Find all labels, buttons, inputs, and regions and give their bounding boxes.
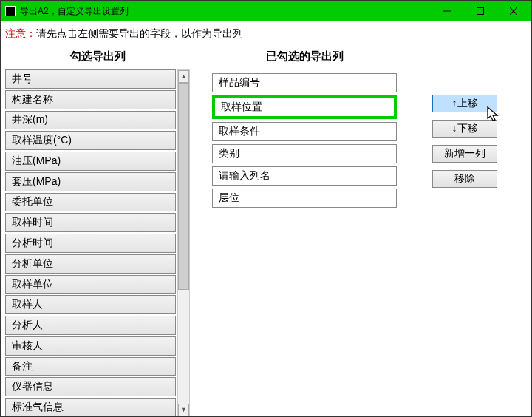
- scroll-thumb[interactable]: [178, 83, 189, 290]
- available-field-item[interactable]: 分析人: [5, 316, 176, 335]
- selected-field-item[interactable]: 取样条件: [212, 122, 397, 141]
- minimize-button[interactable]: [430, 1, 463, 21]
- action-buttons-column: ↑上移 ↓下移 新增一列 移除: [432, 95, 497, 417]
- notice-label: 注意：: [5, 27, 36, 39]
- selected-field-item[interactable]: 样品编号: [212, 73, 397, 92]
- available-fields-header: 勾选导出列: [5, 47, 190, 70]
- available-field-item[interactable]: 取样人: [5, 295, 176, 314]
- remove-label: 移除: [454, 172, 475, 186]
- available-field-item[interactable]: 套压(MPa): [5, 172, 176, 191]
- available-field-item[interactable]: 仪器信息: [5, 377, 176, 396]
- selected-field-item[interactable]: 类别: [212, 144, 397, 163]
- available-field-item[interactable]: 分析单位: [5, 254, 176, 274]
- available-field-item[interactable]: 审核人: [5, 336, 176, 356]
- available-field-item[interactable]: 井号: [5, 70, 176, 89]
- add-column-button[interactable]: 新增一列: [432, 145, 497, 163]
- available-field-item[interactable]: 取样时间: [5, 213, 176, 232]
- available-field-item[interactable]: 取样温度(°C): [5, 131, 176, 150]
- close-button[interactable]: [497, 1, 530, 21]
- available-field-item[interactable]: 标准气信息: [5, 398, 176, 417]
- selected-fields-header: 已勾选的导出列: [212, 47, 397, 70]
- selected-fields-column: 已勾选的导出列 样品编号取样位置取样条件类别请输入列名层位: [212, 47, 397, 417]
- app-icon: [5, 6, 16, 16]
- selected-fields-list: 样品编号取样位置取样条件类别请输入列名层位: [212, 70, 397, 208]
- titlebar-left: 导出A2，自定义导出设置列: [5, 5, 129, 18]
- notice-text: 请先点击左侧需要导出的字段，以作为导出列: [36, 27, 243, 39]
- remove-button[interactable]: 移除: [432, 170, 497, 188]
- scrollbar-vertical[interactable]: ▲ ▼: [177, 70, 190, 417]
- available-field-item[interactable]: 取样单位: [5, 275, 176, 294]
- available-field-item[interactable]: 委托单位: [5, 193, 176, 212]
- maximize-button[interactable]: [463, 1, 497, 21]
- selected-field-item[interactable]: 请输入列名: [212, 166, 397, 186]
- available-field-item[interactable]: 井深(m): [5, 111, 176, 130]
- move-up-button[interactable]: ↑上移: [432, 95, 497, 112]
- available-field-item[interactable]: 构建名称: [5, 90, 176, 109]
- notice-bar: 注意：请先点击左侧需要导出的字段，以作为导出列: [1, 21, 531, 47]
- scroll-down-button[interactable]: ▼: [178, 404, 189, 416]
- available-fields-wrap: 井号构建名称井深(m)取样温度(°C)油压(MPa)套压(MPa)委托单位取样时…: [5, 70, 190, 417]
- available-fields-column: 勾选导出列 井号构建名称井深(m)取样温度(°C)油压(MPa)套压(MPa)委…: [5, 47, 190, 417]
- add-column-label: 新增一列: [444, 147, 485, 160]
- scroll-up-button[interactable]: ▲: [178, 70, 189, 83]
- selected-field-item[interactable]: 层位: [212, 189, 397, 208]
- available-field-item[interactable]: 备注: [5, 357, 176, 376]
- svg-rect-1: [477, 8, 483, 15]
- content-area: 勾选导出列 井号构建名称井深(m)取样温度(°C)油压(MPa)套压(MPa)委…: [1, 47, 531, 417]
- move-up-label: ↑上移: [452, 97, 478, 110]
- window-titlebar: 导出A2，自定义导出设置列: [1, 1, 531, 21]
- maximize-icon: [477, 7, 484, 15]
- selected-field-item[interactable]: 取样位置: [212, 95, 397, 119]
- available-field-item[interactable]: 分析时间: [5, 234, 176, 253]
- available-fields-list: 井号构建名称井深(m)取样温度(°C)油压(MPa)套压(MPa)委托单位取样时…: [5, 70, 176, 417]
- move-down-button[interactable]: ↓下移: [432, 120, 497, 138]
- window-title: 导出A2，自定义导出设置列: [20, 5, 129, 18]
- available-field-item[interactable]: 油压(MPa): [5, 152, 176, 171]
- minimize-icon: [443, 7, 451, 15]
- window-controls: [430, 1, 530, 21]
- move-down-label: ↓下移: [452, 122, 478, 135]
- close-icon: [510, 7, 517, 15]
